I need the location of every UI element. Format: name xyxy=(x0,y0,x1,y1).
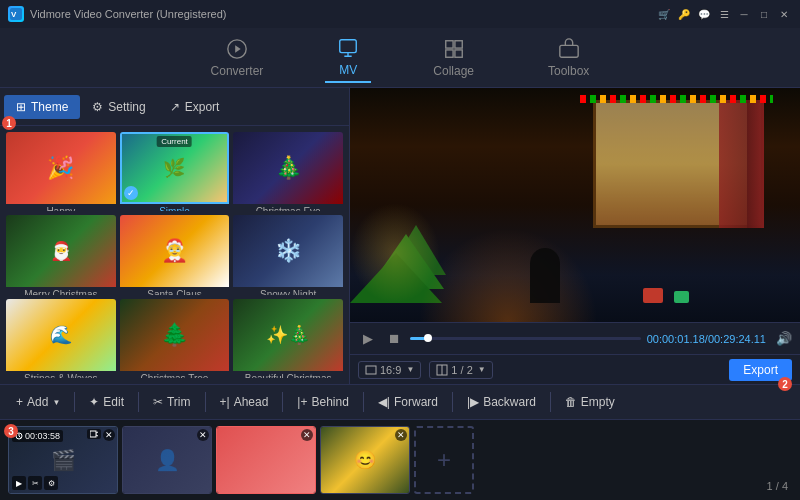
panel-tab-theme-label: Theme xyxy=(31,100,68,114)
add-clip-button[interactable]: + xyxy=(414,426,474,494)
cart-icon[interactable]: 🛒 xyxy=(656,6,672,22)
svg-text:V: V xyxy=(11,10,17,19)
tab-converter-label: Converter xyxy=(211,64,264,78)
theme-thumb-merry-christmas: 🎅 xyxy=(6,215,116,287)
chat-icon[interactable]: 💬 xyxy=(696,6,712,22)
svg-rect-8 xyxy=(455,49,462,56)
theme-thumb-christmas-tree: 🌲 xyxy=(120,299,230,371)
backward-button[interactable]: |▶ Backward xyxy=(459,391,544,413)
scene-gift-2 xyxy=(674,291,689,303)
ratio-button[interactable]: 16:9 ▼ xyxy=(358,361,421,379)
separator-3 xyxy=(205,392,206,412)
theme-santa-claus[interactable]: 🤶 Santa Claus xyxy=(120,215,230,294)
panel-tab-export[interactable]: ↗ Export xyxy=(158,95,232,119)
panel-tab-setting[interactable]: ⚙ Setting xyxy=(80,95,157,119)
page-dropdown-icon: ▼ xyxy=(478,365,486,374)
theme-thumb-happy: 🎉 xyxy=(6,132,116,204)
tab-mv[interactable]: MV xyxy=(325,33,371,83)
theme-christmas-tree[interactable]: 🌲 Christmas Tree xyxy=(120,299,230,378)
theme-label-santa-claus: Santa Claus xyxy=(120,287,230,294)
left-panel: 1 ⊞ Theme ⚙ Setting ↗ Export 🎉 Happy xyxy=(0,88,350,384)
preview-video xyxy=(350,88,800,322)
clip-1-time: 00:03:58 xyxy=(12,430,63,442)
clip-1-settings[interactable]: ⚙ xyxy=(44,476,58,490)
clip-1-close[interactable]: ✕ xyxy=(103,429,115,441)
trim-label: Trim xyxy=(167,395,191,409)
svg-rect-10 xyxy=(366,366,376,374)
tab-toolbox[interactable]: Toolbox xyxy=(536,34,601,82)
progress-bar[interactable] xyxy=(410,337,641,340)
clip-2-close[interactable]: ✕ xyxy=(197,429,209,441)
title-bar-controls: 🛒 🔑 💬 ☰ ─ □ ✕ xyxy=(656,6,792,22)
panel-tab-theme[interactable]: ⊞ Theme xyxy=(4,95,80,119)
tab-mv-label: MV xyxy=(339,63,357,77)
tab-collage[interactable]: Collage xyxy=(421,34,486,82)
tab-collage-label: Collage xyxy=(433,64,474,78)
check-badge: ✓ xyxy=(124,186,138,200)
tab-converter[interactable]: Converter xyxy=(199,34,276,82)
theme-happy[interactable]: 🎉 Happy xyxy=(6,132,116,211)
backward-label: Backward xyxy=(483,395,536,409)
theme-simple[interactable]: 🌿 ✓ Current Simple xyxy=(120,132,230,211)
clip-4[interactable]: 😊 ✕ xyxy=(320,426,410,494)
theme-label-simple: Simple xyxy=(120,204,230,211)
separator-6 xyxy=(452,392,453,412)
theme-beautiful-christmas[interactable]: ✨🎄 Beautiful Christmas xyxy=(233,299,343,378)
export-icon: ↗ xyxy=(170,100,180,114)
add-dropdown-icon: ▼ xyxy=(52,398,60,407)
badge-1: 1 xyxy=(2,116,16,130)
scene-gift-1 xyxy=(643,288,663,303)
theme-merry-christmas[interactable]: 🎅 Merry Christmas xyxy=(6,215,116,294)
stop-button[interactable]: ⏹ xyxy=(384,329,404,349)
add-button[interactable]: + Add ▼ xyxy=(8,391,68,413)
maximize-icon[interactable]: □ xyxy=(756,6,772,22)
time-current: 00:00:01.18 xyxy=(647,333,705,345)
theme-label-christmas-tree: Christmas Tree xyxy=(120,371,230,378)
empty-button[interactable]: 🗑 Empty xyxy=(557,391,623,413)
clip-1-play[interactable]: ▶ xyxy=(12,476,26,490)
add-icon: + xyxy=(16,395,23,409)
play-button[interactable]: ▶ xyxy=(358,329,378,349)
clip-2[interactable]: 👤 ✕ xyxy=(122,426,212,494)
clip-1-cut[interactable]: ✂ xyxy=(28,476,42,490)
behind-button[interactable]: |+ Behind xyxy=(289,391,357,413)
panel-tabs: ⊞ Theme ⚙ Setting ↗ Export xyxy=(0,88,349,126)
key-icon[interactable]: 🔑 xyxy=(676,6,692,22)
theme-thumb-beautiful-christmas: ✨🎄 xyxy=(233,299,343,371)
behind-label: Behind xyxy=(311,395,348,409)
theme-snowy-night[interactable]: ❄️ Snowy Night xyxy=(233,215,343,294)
trim-icon: ✂ xyxy=(153,395,163,409)
ratio-controls: 16:9 ▼ 1 / 2 ▼ Export xyxy=(350,354,800,384)
clip-3[interactable]: ✕ xyxy=(216,426,316,494)
page-label: 1 / 2 xyxy=(451,364,472,376)
progress-thumb xyxy=(424,334,432,342)
close-icon[interactable]: ✕ xyxy=(776,6,792,22)
ahead-icon: +| xyxy=(220,395,230,409)
grid-icon: ⊞ xyxy=(16,100,26,114)
clip-1-time-text: 00:03:58 xyxy=(25,431,60,441)
clip-3-close[interactable]: ✕ xyxy=(301,429,313,441)
preview-scene xyxy=(350,88,800,322)
theme-label-merry-christmas: Merry Christmas xyxy=(6,287,116,294)
page-button[interactable]: 1 / 2 ▼ xyxy=(429,361,492,379)
minimize-icon[interactable]: ─ xyxy=(736,6,752,22)
title-bar-left: V Vidmore Video Converter (Unregistered) xyxy=(8,6,226,22)
clip-1-type-icon xyxy=(87,429,101,439)
tab-toolbox-label: Toolbox xyxy=(548,64,589,78)
forward-button[interactable]: ◀| Forward xyxy=(370,391,446,413)
volume-icon[interactable]: 🔊 xyxy=(776,331,792,346)
clip-1[interactable]: 🎬 00:03:58 ✕ ▶ ✂ ⚙ xyxy=(8,426,118,494)
badge-3: 3 xyxy=(4,424,18,438)
trim-button[interactable]: ✂ Trim xyxy=(145,391,199,413)
svg-rect-5 xyxy=(445,40,452,47)
menu-icon[interactable]: ☰ xyxy=(716,6,732,22)
theme-label-snowy-night: Snowy Night xyxy=(233,287,343,294)
separator-5 xyxy=(363,392,364,412)
clip-4-close[interactable]: ✕ xyxy=(395,429,407,441)
separator-7 xyxy=(550,392,551,412)
edit-button[interactable]: ✦ Edit xyxy=(81,391,132,413)
ahead-button[interactable]: +| Ahead xyxy=(212,391,277,413)
scene-child xyxy=(530,248,560,303)
theme-christmas-eve[interactable]: 🎄 Christmas Eve xyxy=(233,132,343,211)
theme-stripes-waves[interactable]: 🌊 Stripes & Waves xyxy=(6,299,116,378)
